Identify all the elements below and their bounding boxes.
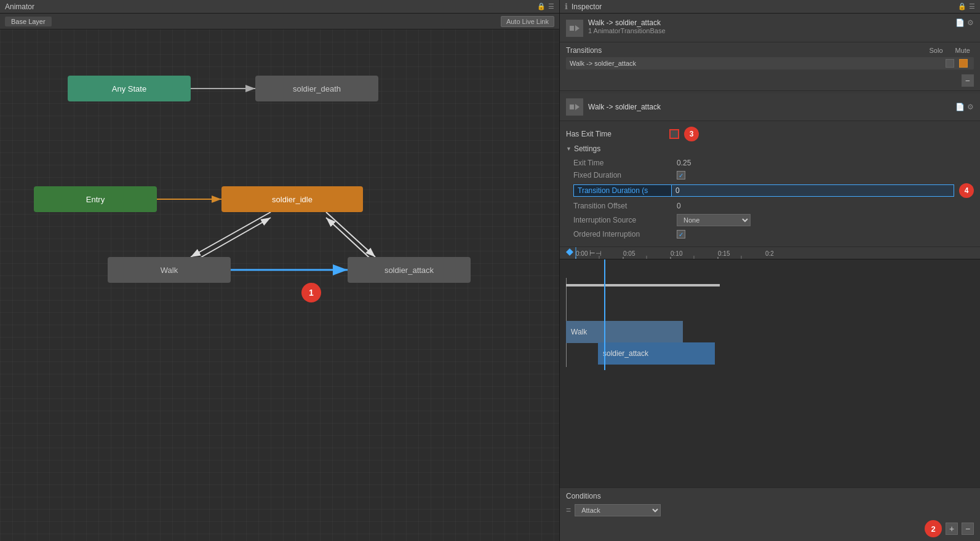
menu-icon: ☰ (548, 2, 554, 10)
header-action-icons: 📄 ⚙ (955, 18, 974, 27)
menu-icon-inspector: ☰ (969, 2, 975, 10)
exit-time-row: Exit Time 0.25 (573, 157, 974, 169)
has-exit-time-checkbox[interactable] (669, 129, 679, 139)
timeline-ruler-svg: 0:00 0:05 0:10 0:15 0:2 ⊢⊣ (565, 247, 975, 259)
base-layer-bar: Base Layer Auto Live Link (0, 14, 559, 30)
base-layer-tab[interactable]: Base Layer (5, 17, 52, 26)
remove-condition-button[interactable]: − (962, 523, 974, 535)
interruption-source-label: Interruption Source (573, 216, 672, 224)
svg-text:0:15: 0:15 (718, 250, 730, 257)
arrows-svg (0, 30, 559, 541)
walk-bar-label: Walk (571, 328, 587, 336)
conditions-header: Conditions (566, 492, 974, 500)
ordered-interruption-checkbox[interactable] (677, 230, 685, 239)
transition-offset-label: Transition Offset (573, 202, 672, 210)
soldier-attack-animation-bar[interactable]: soldier_attack (598, 342, 715, 365)
timeline-section[interactable]: 0:00 0:05 0:10 0:15 0:2 ⊢⊣ (560, 247, 980, 488)
inspector-title-icons: 🔒 ☰ (958, 2, 975, 10)
node-soldier-attack[interactable]: soldier_attack (348, 257, 471, 283)
walk-animation-bar[interactable]: Walk (566, 321, 683, 343)
settings-subsection: Exit Time 0.25 Fixed Duration Transition… (566, 154, 974, 243)
remove-transition-button[interactable]: − (962, 74, 974, 87)
triangle-down-icon: ▼ (566, 146, 572, 152)
transition-icon-2 (566, 98, 583, 116)
timeline-blue-line (604, 259, 605, 370)
equals-icon: = (566, 505, 571, 515)
timeline-white-bar (566, 284, 720, 286)
node-soldier-death[interactable]: soldier_death (255, 76, 378, 101)
svg-rect-11 (570, 26, 574, 31)
exit-time-label: Exit Time (573, 159, 672, 167)
solo-mute-labels: Solo Mute (930, 47, 974, 54)
has-exit-time-label: Has Exit Time (566, 130, 664, 138)
transition-offset-value: 0 (677, 202, 681, 210)
inspector-panel: ℹ Inspector 🔒 ☰ Walk -> soldier_attack 1… (560, 0, 980, 541)
conditions-row: = Attack (566, 504, 974, 516)
page-icon-2[interactable]: 📄 (955, 103, 965, 111)
animator-canvas[interactable]: Any State soldier_death Entry soldier_id… (0, 30, 559, 541)
lock-icon-inspector: 🔒 (958, 2, 966, 10)
page-icon[interactable]: 📄 (955, 18, 965, 27)
solo-label: Solo (930, 47, 943, 54)
svg-text:0:10: 0:10 (671, 250, 683, 257)
transition-subtitle: 1 AnimatorTransitionBase (588, 27, 950, 34)
transition2-action-icons: 📄 ⚙ (955, 103, 974, 111)
svg-text:⊢⊣: ⊢⊣ (589, 250, 602, 257)
settings-section: Has Exit Time 3 ▼ Settings Exit Time 0.2… (560, 121, 980, 247)
svg-text:0:2: 0:2 (765, 250, 774, 257)
conditions-section: Conditions = Attack 2 + − (560, 488, 980, 541)
timeline-ruler: 0:00 0:05 0:10 0:15 0:2 ⊢⊣ (560, 247, 980, 259)
transition-duration-row: Transition Duration (s 0 4 (573, 181, 974, 200)
ordered-interruption-label: Ordered Interruption (573, 230, 672, 239)
fixed-duration-checkbox[interactable] (677, 171, 685, 180)
inspector-title: Inspector (572, 2, 602, 11)
svg-marker-12 (575, 25, 580, 31)
transitions-header-row: Transitions Solo Mute (566, 46, 974, 55)
settings-toggle[interactable]: ▼ Settings (566, 143, 974, 154)
node-any-state[interactable]: Any State (68, 76, 191, 101)
transition-icon (566, 20, 583, 37)
has-exit-time-row: Has Exit Time 3 (566, 125, 974, 143)
mute-toggle[interactable] (959, 59, 968, 68)
info-circle-icon: ℹ (565, 2, 568, 11)
fixed-duration-label: Fixed Duration (573, 171, 672, 180)
transition-duration-label: Transition Duration (s (573, 184, 672, 197)
svg-rect-13 (570, 105, 574, 109)
badge-2: 2 (925, 520, 942, 537)
svg-marker-14 (575, 104, 580, 110)
svg-line-7 (191, 218, 271, 263)
fixed-duration-row: Fixed Duration (573, 169, 974, 181)
svg-line-6 (191, 212, 271, 257)
exit-time-value: 0.25 (677, 159, 691, 167)
node-entry[interactable]: Entry (34, 186, 157, 212)
add-condition-button[interactable]: + (946, 523, 958, 535)
animator-titlebar: Animator 🔒 ☰ (0, 0, 559, 14)
auto-live-link-button[interactable]: Auto Live Link (501, 16, 554, 27)
transition-list-row[interactable]: Walk -> soldier_attack (566, 57, 974, 69)
lock-icon: 🔒 (537, 2, 546, 10)
svg-text:0:05: 0:05 (623, 250, 635, 257)
transition-header: Walk -> soldier_attack 1 AnimatorTransit… (560, 14, 980, 42)
condition-dropdown[interactable]: Attack (575, 504, 661, 516)
solo-toggle[interactable] (946, 59, 954, 68)
badge-4: 4 (959, 183, 974, 198)
interruption-source-dropdown[interactable]: None (677, 214, 751, 226)
transition-duration-value[interactable]: 0 (672, 184, 954, 197)
transition-name: Walk -> soldier_attack (588, 18, 950, 27)
gear-icon-2[interactable]: ⚙ (967, 103, 974, 111)
svg-marker-15 (566, 248, 573, 256)
node-walk[interactable]: Walk (108, 257, 231, 283)
ordered-interruption-row: Ordered Interruption (573, 228, 974, 240)
badge-3: 3 (684, 127, 699, 141)
transition-name-2: Walk -> soldier_attack (588, 103, 950, 111)
conditions-footer: 2 + − (566, 520, 974, 537)
animator-title: Animator (5, 2, 34, 11)
soldier-attack-bar-label: soldier_attack (603, 349, 648, 358)
mute-label: Mute (955, 47, 970, 54)
gear-icon-header[interactable]: ⚙ (967, 18, 974, 27)
badge-1: 1 (301, 283, 321, 302)
transition-info: Walk -> soldier_attack 1 AnimatorTransit… (588, 18, 950, 34)
node-soldier-idle[interactable]: soldier_idle (221, 186, 363, 212)
transition-row-name: Walk -> soldier_attack (570, 60, 946, 67)
svg-line-8 (326, 212, 375, 257)
